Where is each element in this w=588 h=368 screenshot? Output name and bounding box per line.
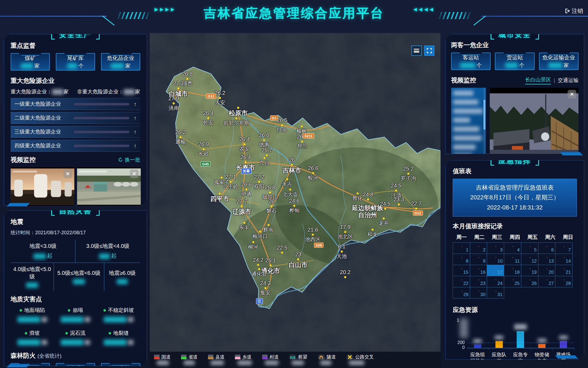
logout-icon [564, 8, 570, 14]
geo-hazard-item: 泥石流 [54, 330, 97, 345]
map-layers-button[interactable] [411, 45, 422, 56]
weekday-label: 周四 [506, 234, 523, 241]
calendar-day-28[interactable]: 28 [555, 276, 572, 287]
calendar-day-10[interactable]: 10 [487, 254, 504, 265]
calendar-day-6[interactable]: 6 [538, 243, 556, 254]
green-dot-icon [20, 309, 22, 312]
calendar-day-14[interactable]: 14 [555, 254, 572, 265]
geo-hazard-title: 地质灾害点 [11, 295, 140, 303]
calendar-day-16[interactable]: 16 [470, 265, 487, 276]
calendar-day-19[interactable]: 19 [521, 265, 538, 276]
chevrons-left-icon: ▶ ▶ ▶ ▶ [155, 7, 174, 12]
calendar-day-11[interactable]: 11 [504, 254, 521, 265]
panel-disaster-title-text: 自然灾害 [55, 206, 96, 216]
bracket-right-icon [535, 156, 539, 166]
refresh-batch-button[interactable]: 换一批 [118, 156, 140, 163]
logout-button[interactable]: 注销 [564, 7, 583, 15]
camera-list-item[interactable] [453, 135, 482, 142]
calendar-day-25[interactable]: 25 [504, 276, 521, 287]
tab-separator: | [554, 77, 555, 83]
passenger-station-button[interactable]: 客运站 个 [451, 53, 491, 70]
fullscreen-icon [427, 48, 432, 53]
calendar-day-12[interactable]: 12 [521, 254, 538, 265]
earthquake-title: 地震 [11, 218, 140, 226]
video-thumb-1[interactable]: × 长春巨峰气体有限责任公司 [11, 167, 74, 215]
calendar-day-23[interactable]: 23 [470, 276, 487, 287]
hazchem-button[interactable]: 危化品企业 家 [101, 53, 140, 71]
calendar-day-29[interactable]: 29 [453, 287, 470, 299]
tailings-value: 个 [67, 62, 84, 69]
map-fullscreen-button[interactable] [424, 45, 434, 56]
bracket-right-icon [96, 206, 100, 216]
tab-changbaishan[interactable]: 长白山景区 [525, 76, 551, 84]
calendar-day-27[interactable]: 27 [538, 276, 556, 287]
dashboard-root: ▶ ▶ ▶ ▶ ◀ ◀ ◀ ◀ 吉林省应急管理综合应用平台 注销 [0, 0, 588, 368]
category-label: 应急队伍 [488, 350, 510, 366]
duty-line-3: 2022-08-17 18:31:32 [455, 203, 574, 212]
legend-item-国道: 国道 [154, 354, 171, 365]
header-hatch-left [116, 12, 151, 19]
key-supervision-buttons: 煤矿 家 尾矿库 个 危化品企业 家 [11, 53, 140, 71]
panel-accent [7, 364, 30, 367]
freight-station-button[interactable]: 货运站 个 [495, 53, 534, 70]
camera-list-item[interactable] [453, 126, 482, 133]
video-thumb-1-close-icon[interactable]: × [63, 169, 72, 178]
calendar-day-8[interactable]: 8 [453, 254, 470, 265]
calendar-day-30[interactable]: 30 [470, 287, 487, 299]
calendar-day-7[interactable]: 7 [555, 243, 572, 254]
calendar-grid: 1234567891011121314151617181920212223242… [453, 242, 572, 299]
tailings-button[interactable]: 尾矿库 个 [56, 53, 95, 71]
bar-避难场所 [553, 320, 574, 348]
ytick-0: 0 [454, 345, 465, 350]
duty-roster-box: 吉林省应急管理厅应急值班表 2022年8月17日（今日，星期三） 2022-08… [453, 179, 577, 217]
calendar-day-9[interactable]: 9 [470, 254, 487, 265]
calendar-day-3[interactable]: 3 [487, 243, 504, 254]
hazard-major-stat: 重大危险源企业：家 [11, 88, 69, 95]
bracket-left-icon [51, 206, 55, 216]
map-container[interactable]: 26.8镇赉27.3白城市27.9洮南26.2大安26.2通榆26.4乾安松原市… [150, 33, 440, 368]
calendar-day-24[interactable]: 24 [487, 276, 504, 287]
camera-list-item[interactable] [453, 99, 482, 106]
calendar-day-21[interactable]: 21 [555, 265, 572, 276]
eq-cell-1: 地震<3.0级 起 [11, 240, 75, 263]
camera-list-item[interactable] [453, 144, 482, 151]
camera-list-scrollbar-thumb[interactable] [483, 100, 485, 130]
geo-hazard-grid: 地面塌陷 崩塌 不稳定斜坡 滑坡 泥石流 地裂缝 [11, 307, 140, 345]
hazchem-label: 危化品企业 [107, 54, 134, 62]
bracket-left-icon [51, 30, 55, 39]
geo-hazard-item: 崩塌 [54, 307, 97, 323]
calendar-day-5[interactable]: 5 [521, 243, 538, 254]
calendar-day-20[interactable]: 20 [538, 265, 556, 276]
video-thumb-2[interactable]: × 吉林市吉化北方炬醖工贸责任... [77, 167, 141, 215]
camera-list-item[interactable] [453, 90, 482, 97]
calendar-day-15[interactable]: 15 [453, 265, 470, 276]
camera-list-item[interactable] [453, 108, 482, 115]
fire-key-area-button[interactable]: 防火重点地 [101, 363, 140, 368]
video-thumb-2-close-icon[interactable]: × [130, 169, 139, 178]
bridge-icon [289, 354, 296, 360]
camera-player-close-icon[interactable]: × [568, 90, 576, 99]
calendar-day-13[interactable]: 13 [538, 254, 556, 265]
calendar-day-4[interactable]: 4 [504, 243, 521, 254]
calendar-day-31[interactable]: 31 [487, 287, 504, 299]
coal-mine-button[interactable]: 煤矿 家 [11, 53, 50, 71]
eq-cell-4: 5.0级≤地震<6.0级 [54, 263, 104, 291]
calendar-day-17[interactable]: 17 [487, 265, 504, 276]
hazchem-value: 家 [111, 62, 130, 69]
hazard-nonmajor-stat: 非重大危险源企业：家 [77, 88, 140, 95]
calendar-day-2[interactable]: 2 [470, 243, 487, 254]
calendar-day-22[interactable]: 22 [453, 276, 470, 287]
hazmat-transport-button[interactable]: 危化运输企业 家 [539, 53, 578, 70]
calendar-day-18[interactable]: 18 [504, 265, 521, 276]
hazard-level-rows: 一级重大危险源企业↑二级重大危险源企业↑三级重大危险源企业↑四级重大危险源企业↑ [11, 98, 140, 152]
video-thumbnails: × 长春巨峰气体有限责任公司 [11, 167, 140, 215]
tab-transport[interactable]: 交通运输 [558, 77, 578, 84]
camera-list-item[interactable] [453, 117, 482, 124]
mountain-button[interactable]: 山脉 [56, 363, 95, 368]
calendar-day-26[interactable]: 26 [521, 276, 538, 287]
header-hatch-right [437, 12, 472, 19]
legend-square-icon [154, 355, 160, 359]
bracket-left-icon [491, 30, 494, 39]
camera-list-item[interactable] [453, 153, 482, 160]
calendar-day-1[interactable]: 1 [453, 243, 470, 254]
